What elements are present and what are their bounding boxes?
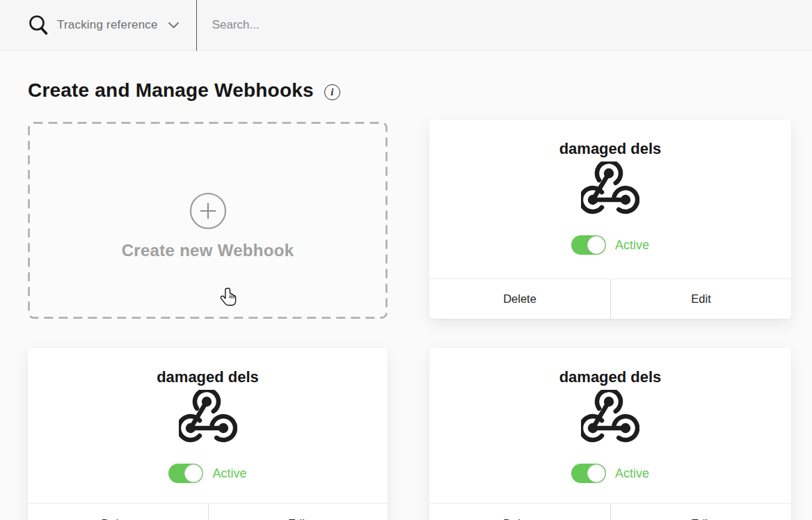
- active-toggle[interactable]: [571, 235, 606, 255]
- webhook-icon: [581, 390, 639, 448]
- topbar: Tracking reference: [0, 0, 812, 51]
- create-card-content: Create new Webhook: [28, 122, 388, 319]
- card-footer: Delete Edit: [28, 503, 388, 520]
- edit-button[interactable]: Edit: [208, 504, 388, 520]
- create-webhook-label: Create new Webhook: [122, 241, 294, 260]
- status-row: Active: [429, 464, 791, 483]
- webhook-card: damaged dels Active Delete Edit: [28, 348, 388, 520]
- active-toggle[interactable]: [571, 464, 606, 483]
- card-footer: Delete Edit: [429, 278, 791, 319]
- toggle-knob: [587, 464, 605, 482]
- status-label: Active: [212, 466, 246, 481]
- edit-button[interactable]: Edit: [610, 279, 791, 319]
- webhook-card: damaged dels Active Delete Edit: [429, 120, 791, 319]
- page-heading: Create and Manage Webhooks i: [28, 79, 340, 102]
- webhook-name: damaged dels: [28, 348, 388, 387]
- page-title: Create and Manage Webhooks: [28, 79, 314, 102]
- webhook-icon: [581, 161, 639, 220]
- toggle-knob: [587, 236, 605, 254]
- plus-icon: [189, 192, 227, 230]
- status-label: Active: [615, 238, 649, 253]
- status-row: Active: [28, 464, 388, 483]
- card-footer: Delete Edit: [429, 503, 791, 520]
- search-category-dropdown[interactable]: Tracking reference: [57, 18, 180, 32]
- webhook-card: damaged dels Active Delete Edit: [429, 348, 791, 520]
- delete-button[interactable]: Delete: [28, 504, 208, 520]
- info-icon[interactable]: i: [324, 84, 340, 100]
- active-toggle[interactable]: [168, 464, 203, 483]
- webhook-icon: [179, 390, 237, 448]
- status-label: Active: [615, 466, 649, 481]
- webhook-name: damaged dels: [429, 120, 791, 159]
- search-icon: [28, 14, 49, 36]
- status-row: Active: [429, 235, 791, 255]
- topbar-divider: [196, 0, 197, 51]
- edit-button[interactable]: Edit: [610, 504, 791, 520]
- delete-button[interactable]: Delete: [429, 279, 610, 319]
- chevron-down-icon: [168, 22, 180, 29]
- search-input[interactable]: [212, 18, 574, 32]
- delete-button[interactable]: Delete: [429, 504, 610, 520]
- search-category-label: Tracking reference: [57, 18, 158, 32]
- toggle-knob: [184, 464, 202, 482]
- webhook-name: damaged dels: [429, 348, 791, 387]
- create-webhook-card[interactable]: Create new Webhook: [28, 122, 388, 319]
